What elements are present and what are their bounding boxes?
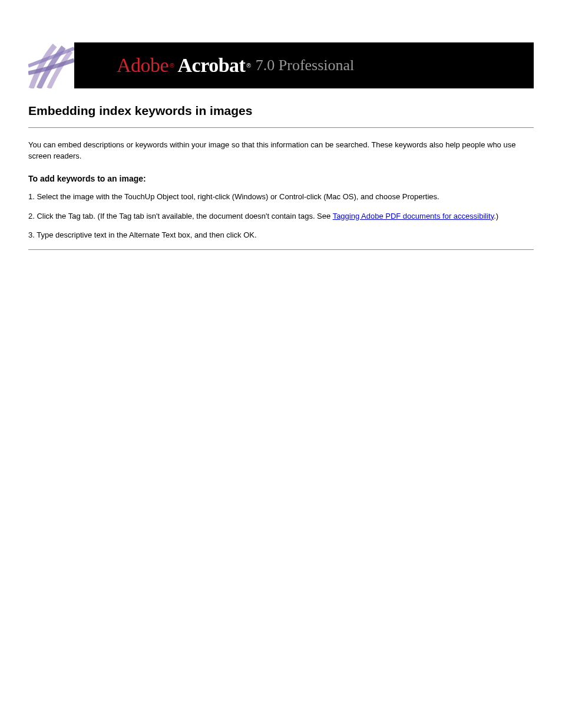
brand-adobe: Adobe — [117, 54, 168, 77]
step-1: 1. Select the image with the TouchUp Obj… — [28, 192, 534, 203]
divider-top — [28, 127, 534, 128]
intro-paragraph: You can embed descriptions or keywords w… — [28, 140, 534, 162]
reg-mark-2: ® — [246, 62, 250, 69]
banner-text: Adobe® Acrobat® 7.0 Professional — [74, 42, 534, 88]
version-label: 7.0 Professional — [256, 57, 355, 74]
page-container: Adobe® Acrobat® 7.0 Professional Embeddi… — [0, 0, 562, 278]
brand-acrobat: Acrobat — [178, 54, 246, 77]
product-banner: Adobe® Acrobat® 7.0 Professional — [28, 42, 534, 88]
acrobat-logo-icon — [28, 42, 74, 88]
divider-bottom — [28, 249, 534, 250]
tagging-accessibility-link[interactable]: Tagging Adobe PDF documents for accessib… — [333, 212, 494, 220]
step-2-suffix: .) — [494, 212, 498, 220]
reg-mark-1: ® — [170, 62, 174, 69]
step-3: 3. Type descriptive text in the Alternat… — [28, 230, 534, 241]
banner-icon-box — [28, 42, 74, 88]
content-area: Embedding index keywords in images You c… — [28, 88, 534, 250]
step-2: 2. Click the Tag tab. (If the Tag tab is… — [28, 211, 534, 222]
procedure-label: To add keywords to an image: — [28, 174, 534, 183]
page-title: Embedding index keywords in images — [28, 104, 534, 118]
step-2-prefix: 2. Click the Tag tab. (If the Tag tab is… — [28, 212, 333, 220]
